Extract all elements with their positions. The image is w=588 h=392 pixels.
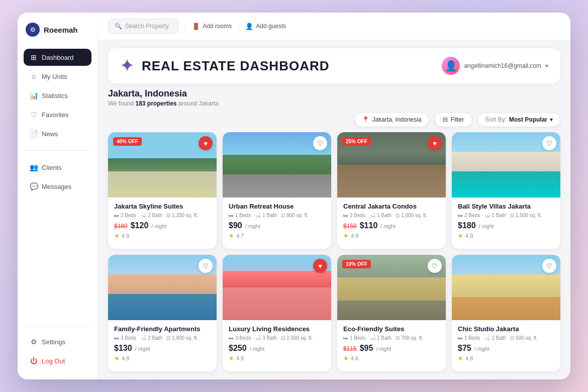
favorite-button[interactable]: ♡ bbox=[199, 259, 213, 273]
add-guests-button[interactable]: 👤 Add guests bbox=[245, 23, 286, 30]
sidebar-item-news[interactable]: 📄 News bbox=[24, 125, 91, 142]
header-divider-2: | bbox=[238, 23, 239, 30]
sort-prefix: Sort By: bbox=[485, 116, 507, 123]
sidebar-item-favorites[interactable]: ♡ Favorites bbox=[24, 106, 91, 123]
property-card-p2[interactable]: ♡ Urban Retreat House 🛏1 Beds 🛁1 Bath ⊡8… bbox=[223, 132, 331, 249]
sidebar-label-clients: Clients bbox=[42, 164, 62, 171]
price-current: $95 bbox=[360, 344, 373, 353]
property-card-p6[interactable]: ♥ Luxury Living Residences 🛏3 Beds 🛁3 Ba… bbox=[223, 255, 331, 371]
count-label: We found bbox=[108, 100, 134, 107]
bed-icon: 🛏 bbox=[458, 213, 463, 218]
card-rating: ★ 4.7 bbox=[229, 232, 325, 239]
sidebar: ⊙ Roeemah ⊞ Dashboard ⌂ My Units 📊 Stati… bbox=[18, 13, 98, 379]
sqft-icon: ⊡ bbox=[396, 213, 400, 218]
property-card-p5[interactable]: ♡ Family-Friendly Apartments 🛏3 Beds 🛁2 … bbox=[108, 255, 217, 371]
clients-icon: 👥 bbox=[30, 163, 38, 171]
property-grid: 40% OFF ♥ Jakarta Skyline Suites 🛏2 Beds… bbox=[98, 132, 570, 379]
sidebar-logo: ⊙ Roeemah bbox=[24, 23, 91, 37]
property-card-p7[interactable]: 10% OFF ♡ Eco-Friendly Suites 🛏1 Beds 🛁1… bbox=[337, 255, 446, 371]
search-bar[interactable]: 🔍 Search Property bbox=[108, 19, 178, 34]
search-placeholder: Search Property bbox=[125, 23, 169, 30]
sort-button[interactable]: Sort By: Most Popular ▾ bbox=[477, 112, 560, 127]
sidebar-label-messages: Messages bbox=[42, 183, 71, 190]
favorite-button[interactable]: ♥ bbox=[199, 136, 213, 150]
settings-icon: ⚙ bbox=[30, 338, 38, 346]
price-period: / night bbox=[380, 223, 396, 229]
star-icon: ★ bbox=[114, 232, 120, 239]
favorite-button[interactable]: ♡ bbox=[542, 136, 556, 150]
news-icon: 📄 bbox=[30, 130, 38, 138]
search-icon: 🔍 bbox=[115, 23, 122, 30]
price-original: $115 bbox=[343, 345, 357, 352]
bath-icon: 🛁 bbox=[255, 213, 261, 218]
nav-bottom: ⚙ Settings ⏻ Log Out bbox=[24, 333, 91, 369]
card-title: Central Jakarta Condos bbox=[343, 203, 440, 210]
sidebar-label-settings: Settings bbox=[42, 338, 65, 346]
star-icon: ★ bbox=[343, 232, 349, 239]
sidebar-item-settings[interactable]: ⚙ Settings bbox=[24, 333, 91, 350]
favorites-icon: ♡ bbox=[30, 111, 38, 119]
star-icon: ★ bbox=[114, 355, 120, 362]
bath-spec: 🛁2 Bath bbox=[484, 213, 506, 218]
favorite-button[interactable]: ♡ bbox=[313, 136, 327, 150]
user-dropdown-icon[interactable]: ▾ bbox=[545, 62, 548, 69]
sqft-icon: ⊡ bbox=[281, 213, 285, 218]
card-specs: 🛏3 Beds 🛁2 Bath ⊡1,800 sq. ft. bbox=[114, 335, 211, 341]
filter-button[interactable]: ⊟ Filter bbox=[434, 112, 473, 127]
sidebar-item-logout[interactable]: ⏻ Log Out bbox=[24, 352, 91, 369]
sqft-spec: ⊡500 sq. ft. bbox=[510, 335, 538, 341]
discount-badge: 40% OFF bbox=[113, 137, 142, 146]
sqft-spec: ⊡1,500 sq. ft. bbox=[510, 213, 542, 218]
sidebar-item-my-units[interactable]: ⌂ My Units bbox=[24, 68, 91, 85]
favorite-button[interactable]: ♥ bbox=[313, 259, 327, 273]
rating-value: 4.7 bbox=[236, 233, 244, 239]
sidebar-item-statistics[interactable]: 📊 Statistics bbox=[24, 87, 91, 104]
price-period: / night bbox=[376, 346, 391, 352]
rating-value: 4.9 bbox=[122, 355, 129, 361]
card-specs: 🛏1 Beds 🛁1 Bath ⊡700 sq. ft. bbox=[343, 335, 440, 341]
card-title: Chic Studio Jakarta bbox=[458, 325, 554, 333]
property-card-p8[interactable]: ♡ Chic Studio Jakarta 🛏1 Beds 🛁1 Bath ⊡5… bbox=[452, 255, 560, 371]
card-rating: ★ 4.9 bbox=[114, 232, 211, 239]
location-filter-label: Jakarta, Indonesia bbox=[372, 116, 422, 123]
beds-spec: 🛏2 Beds bbox=[343, 213, 365, 218]
card-body: Central Jakarta Condos 🛏2 Beds 🛁1 Bath ⊡… bbox=[337, 198, 446, 244]
discount-badge: 10% OFF bbox=[342, 260, 371, 268]
property-count: 183 properties bbox=[136, 100, 177, 107]
property-card-p4[interactable]: ♡ Bali Style Villas Jakarta 🛏2 Beds 🛁2 B… bbox=[452, 132, 560, 249]
sidebar-label-my-units: My Units bbox=[42, 73, 67, 80]
property-card-p3[interactable]: 25% OFF ♥ Central Jakarta Condos 🛏2 Beds… bbox=[337, 132, 446, 249]
beds-spec: 🛏3 Beds bbox=[114, 335, 136, 341]
sidebar-label-statistics: Statistics bbox=[42, 92, 68, 100]
star-icon: ★ bbox=[343, 355, 349, 362]
card-specs: 🛏3 Beds 🛁3 Bath ⊡2,500 sq. ft. bbox=[229, 335, 325, 341]
card-specs: 🛏1 Beds 🛁1 Bath ⊡500 sq. ft. bbox=[458, 335, 554, 341]
price-original: $180 bbox=[114, 223, 128, 230]
favorite-button[interactable]: ♡ bbox=[428, 259, 442, 273]
avatar: 👤 bbox=[442, 57, 460, 75]
card-image: ♥ bbox=[223, 255, 331, 320]
favorite-button[interactable]: ♥ bbox=[428, 136, 442, 150]
star-icon: ★ bbox=[229, 232, 234, 239]
bath-spec: 🛁1 Bath bbox=[484, 335, 506, 341]
favorite-button[interactable]: ♡ bbox=[542, 259, 556, 273]
hero-logo: ✦ bbox=[120, 56, 134, 75]
rating-value: 4.8 bbox=[236, 355, 244, 361]
card-specs: 🛏1 Beds 🛁1 Bath ⊡800 sq. ft. bbox=[229, 213, 325, 218]
sidebar-item-dashboard[interactable]: ⊞ Dashboard bbox=[24, 49, 91, 66]
add-rooms-button[interactable]: 🚪 Add rooms bbox=[192, 23, 232, 30]
card-body: Urban Retreat House 🛏1 Beds 🛁1 Bath ⊡800… bbox=[223, 198, 331, 244]
card-specs: 🛏2 Beds 🛁1 Bath ⊡1,000 sq. ft. bbox=[343, 213, 440, 218]
beds-spec: 🛏1 Beds bbox=[229, 213, 251, 218]
logo-icon: ⊙ bbox=[26, 23, 40, 37]
location-filter-pill[interactable]: 📍 Jakarta, Indonesia bbox=[354, 112, 429, 127]
card-pricing: $180 $120 / night bbox=[114, 221, 211, 230]
messages-icon: 💬 bbox=[30, 182, 38, 190]
price-current: $180 bbox=[458, 221, 476, 230]
sidebar-item-messages[interactable]: 💬 Messages bbox=[24, 178, 91, 195]
property-card-p1[interactable]: 40% OFF ♥ Jakarta Skyline Suites 🛏2 Beds… bbox=[108, 132, 217, 249]
sidebar-item-clients[interactable]: 👥 Clients bbox=[24, 159, 91, 176]
user-profile: 👤 angellinamich16@gmail.com ▾ bbox=[442, 57, 548, 75]
sqft-icon: ⊡ bbox=[281, 335, 285, 341]
discount-badge: 25% OFF bbox=[342, 137, 371, 146]
